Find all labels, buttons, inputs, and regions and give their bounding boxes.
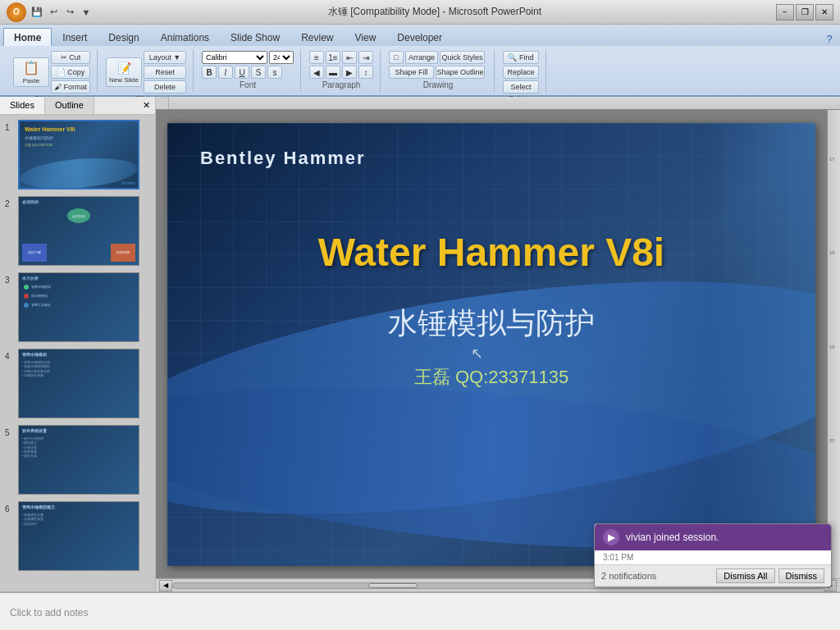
slide-number-2: 2	[5, 196, 15, 208]
slide-preview-3[interactable]: 水力分析 管网水锤模拟 防水锤模拟	[18, 272, 139, 342]
arrange-button[interactable]: Arrange	[405, 51, 438, 64]
drawing-group-label: Drawing	[423, 80, 454, 89]
tab-animations[interactable]: Animations	[150, 28, 220, 46]
layout-button[interactable]: Layout ▼	[144, 51, 186, 64]
notes-placeholder[interactable]: Click to add notes	[10, 607, 88, 619]
font-group: Calibri 24 B I U S s Font	[195, 49, 301, 92]
slide-number-6: 6	[5, 501, 15, 514]
panel-tab-slides[interactable]: Slides	[0, 97, 45, 114]
slide-panel: Slides Outline ✕ 1 Water Hammer V8i 水锤模拟…	[0, 97, 156, 591]
main-slide: Bentley Hammer Water Hammer V8i 水锤模拟与防护 …	[167, 123, 815, 566]
text-direction-button[interactable]: ↕	[358, 66, 373, 79]
dismiss-button[interactable]: Dismiss	[778, 568, 825, 583]
slide-thumb-1[interactable]: 1 Water Hammer V8i 水锤模拟与防护 王磊 QQ:2337113…	[3, 118, 152, 191]
align-right-button[interactable]: ▶	[342, 66, 357, 79]
increase-indent-button[interactable]: ⇥	[358, 51, 373, 64]
align-left-button[interactable]: ◀	[309, 66, 324, 79]
copy-button[interactable]: 📄 Copy	[51, 66, 90, 79]
bullets-button[interactable]: ≡	[309, 51, 324, 64]
numbering-button[interactable]: 1≡	[326, 51, 340, 64]
cut-button[interactable]: ✂ Cut	[51, 51, 90, 64]
slide-number-5: 5	[5, 425, 15, 437]
font-size-select[interactable]: 24	[269, 51, 294, 64]
replace-button[interactable]: Replace	[503, 66, 539, 79]
minimize-button[interactable]: −	[776, 4, 794, 21]
slide-author[interactable]: 王磊 QQ:23371135	[414, 365, 568, 390]
slide-thumb-4[interactable]: 4 管网水锤模拟 • 管网水锤模拟介绍 • 创建水锤模拟模型 • 水锤计算结果分…	[3, 347, 152, 420]
slide-thumb-5[interactable]: 5 软件界面设置 • 软件介绍说明 • 模型建立 • 计算设置 • 结果查看 •…	[3, 423, 152, 496]
help-button[interactable]: ?	[822, 31, 837, 46]
font-family-select[interactable]: Calibri	[202, 51, 267, 64]
title-bar: O 💾 ↩ ↪ ▼ 水锤 [Compatibility Mode] - Micr…	[0, 0, 840, 25]
align-center-button[interactable]: ▬	[326, 66, 340, 79]
tab-developer[interactable]: Developer	[386, 28, 453, 46]
thumb1-logo: Bentley	[121, 180, 135, 185]
paragraph-group: ≡ 1≡ ⇤ ⇥ ◀ ▬ ▶ ↕ Paragraph	[303, 49, 381, 92]
strikethrough-button[interactable]: S	[251, 66, 266, 79]
new-slide-button[interactable]: 📝 New Slide	[106, 57, 142, 87]
app-title: 水锤 [Compatibility Mode] - Microsoft Powe…	[94, 5, 776, 19]
underline-button[interactable]: U	[235, 66, 249, 79]
tab-design[interactable]: Design	[98, 28, 149, 46]
window-controls: − ❐ ✕	[776, 4, 833, 21]
italic-button[interactable]: I	[218, 66, 233, 79]
shape-button[interactable]: □	[389, 51, 404, 64]
shape-outline-button[interactable]: Shape Outline	[436, 66, 485, 79]
reset-button[interactable]: Reset	[144, 66, 186, 79]
office-logo-icon[interactable]: O	[7, 2, 26, 22]
ribbon-content: 📋 Paste ✂ Cut 📄 Copy 🖌 Format Clipboard …	[0, 46, 840, 95]
delete-button[interactable]: Delete	[144, 80, 186, 94]
restore-button[interactable]: ❐	[796, 4, 814, 21]
find-button[interactable]: 🔍 Find	[503, 51, 539, 64]
slide-preview-1[interactable]: Water Hammer V8i 水锤模拟与防护 王磊 QQ:23371135 …	[18, 120, 139, 189]
notification-header: ▶ vivian joined session.	[595, 524, 831, 550]
notes-area[interactable]: Click to add notes	[0, 591, 840, 630]
slide-edit-area: Bentley Hammer Water Hammer V8i 水锤模拟与防护 …	[156, 110, 840, 578]
drawing-group: □ Arrange Quick Styles Shape Fill Shape …	[382, 49, 495, 92]
paste-button[interactable]: 📋 Paste	[13, 57, 49, 87]
tab-review[interactable]: Review	[290, 28, 344, 46]
quick-styles-button[interactable]: Quick Styles	[440, 51, 485, 64]
slides-group: 📝 New Slide Layout ▼ Reset Delete Slides	[99, 49, 194, 92]
notification-count: 2 notifications	[601, 571, 656, 581]
paragraph-group-label: Paragraph	[322, 80, 361, 89]
scrollbar-thumb[interactable]	[368, 583, 418, 588]
tab-insert[interactable]: Insert	[52, 28, 98, 46]
slide-canvas-area[interactable]: Bentley Hammer Water Hammer V8i 水锤模拟与防护 …	[156, 110, 827, 578]
shadow-button[interactable]: s	[267, 66, 282, 79]
notification-popup: ▶ vivian joined session. 3:01 PM 2 notif…	[594, 523, 832, 587]
tab-view[interactable]: View	[345, 28, 387, 46]
customize-button[interactable]: ▼	[79, 5, 94, 20]
slide-thumb-6[interactable]: 6 管网水锤模型建立 • 创建模型步骤 • 元素属性设置 • 边界条件	[3, 500, 152, 573]
main-area: Slides Outline ✕ 1 Water Hammer V8i 水锤模拟…	[0, 97, 840, 591]
format-painter-button[interactable]: 🖌 Format	[51, 80, 90, 94]
panel-tab-outline[interactable]: Outline	[45, 97, 94, 114]
close-button[interactable]: ✕	[815, 4, 833, 21]
slide-preview-6[interactable]: 管网水锤模型建立 • 创建模型步骤 • 元素属性设置 • 边界条件	[18, 501, 139, 571]
slide-number-3: 3	[5, 272, 15, 285]
redo-button[interactable]: ↪	[62, 5, 77, 20]
slide-thumb-3[interactable]: 3 水力分析 管网水锤模拟 防水锤模拟	[3, 271, 152, 344]
tab-slideshow[interactable]: Slide Show	[220, 28, 290, 46]
slide-main-title[interactable]: Water Hammer V8i	[318, 230, 664, 275]
slide-subtitle[interactable]: 水锤模拟与防护	[388, 304, 595, 344]
select-button[interactable]: Select	[503, 80, 539, 94]
tab-home[interactable]: Home	[3, 28, 52, 46]
panel-tabs: Slides Outline ✕	[0, 97, 155, 115]
cursor-icon: ↖	[471, 345, 483, 363]
scroll-left-button[interactable]: ◀	[159, 580, 172, 591]
slide-number-4: 4	[5, 349, 15, 361]
shape-fill-button[interactable]: Shape Fill	[389, 66, 434, 79]
slide-preview-5[interactable]: 软件界面设置 • 软件介绍说明 • 模型建立 • 计算设置 • 结果查看 • 报…	[18, 425, 139, 495]
slide-preview-2[interactable]: 会话目的 会话目的 知识了解 技能掌握	[18, 196, 139, 266]
slide-thumb-2[interactable]: 2 会话目的 会话目的 知识了解 技能掌握	[3, 194, 152, 267]
slide-preview-4[interactable]: 管网水锤模拟 • 管网水锤模拟介绍 • 创建水锤模拟模型 • 水锤计算结果分析 …	[18, 349, 139, 418]
panel-close-button[interactable]: ✕	[138, 97, 155, 114]
bold-button[interactable]: B	[202, 66, 217, 79]
undo-button[interactable]: ↩	[46, 5, 61, 20]
save-button[interactable]: 💾	[30, 5, 44, 20]
slide-number-1: 1	[5, 120, 15, 132]
dismiss-all-button[interactable]: Dismiss All	[716, 568, 774, 583]
notification-message: vivian joined session.	[626, 532, 719, 543]
decrease-indent-button[interactable]: ⇤	[342, 51, 357, 64]
